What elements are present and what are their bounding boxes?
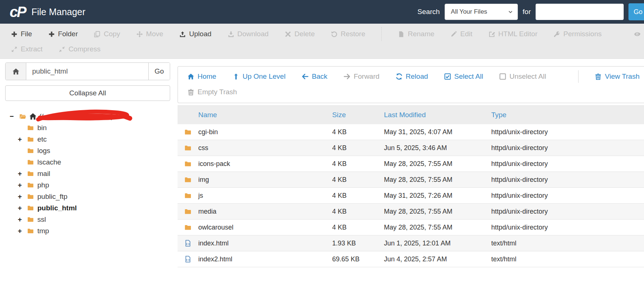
path-input[interactable]: [26, 63, 148, 80]
collapse-all-button[interactable]: Collapse All: [5, 85, 170, 101]
file-name[interactable]: index.html: [198, 240, 328, 247]
move-label: Move: [146, 30, 163, 38]
file-type: httpd/unix-directory: [487, 176, 644, 184]
tree-item-ssl[interactable]: +ssl: [10, 214, 170, 225]
file-modified: May 28, 2025, 7:55 AM: [380, 160, 487, 168]
file-name[interactable]: img: [198, 176, 328, 184]
html-editor-icon: [489, 31, 495, 37]
search-input[interactable]: [536, 4, 624, 20]
expand-toggle-icon[interactable]: +: [18, 227, 27, 235]
column-header-name[interactable]: Name: [198, 111, 328, 119]
code-file-icon: [185, 255, 191, 263]
plus-icon: [48, 31, 55, 37]
upload-button[interactable]: Upload: [179, 30, 211, 38]
nav-unselect-all-button[interactable]: Unselect All: [499, 72, 546, 81]
nav-select-all-button[interactable]: Select All: [444, 72, 483, 81]
tree-item-tmp[interactable]: +tmp: [10, 225, 170, 237]
search-scope-select[interactable]: All Your Files: [445, 4, 518, 20]
folder-icon: [27, 136, 34, 142]
key-icon: [554, 31, 560, 37]
compress-button[interactable]: Compress: [59, 45, 101, 53]
expand-toggle-icon[interactable]: +: [18, 181, 27, 189]
nav-back-button[interactable]: Back: [302, 72, 327, 81]
tree-item-bin[interactable]: bin: [10, 122, 170, 133]
table-row-js[interactable]: js 4 KB May 31, 2025, 7:26 AM httpd/unix…: [178, 188, 644, 204]
home-icon: [12, 68, 20, 75]
tree-item-php[interactable]: +php: [10, 179, 170, 191]
search-label: Search: [418, 8, 440, 16]
restore-button[interactable]: Restore: [331, 30, 365, 38]
file-name[interactable]: index2.html: [198, 255, 328, 263]
code-file-icon: [185, 240, 191, 247]
path-bar: Go: [5, 62, 170, 80]
nav-empty-trash-button[interactable]: Empty Trash: [188, 88, 237, 96]
table-row-img[interactable]: img 4 KB May 28, 2025, 7:55 AM httpd/uni…: [178, 172, 644, 188]
table-row-css[interactable]: css 4 KB Jun 5, 2025, 3:46 AM httpd/unix…: [178, 140, 644, 156]
search-go-button[interactable]: Go: [628, 3, 644, 20]
nav-up-one-level-button[interactable]: Up One Level: [233, 72, 286, 81]
file-name[interactable]: js: [198, 192, 328, 200]
extract-button[interactable]: Extract: [11, 45, 43, 53]
file-size: 69.65 KB: [328, 255, 380, 263]
file-name[interactable]: owlcarousel: [198, 224, 328, 231]
table-row-index-html[interactable]: index.html 1.93 KB Jun 1, 2025, 12:01 AM…: [178, 235, 644, 251]
table-row-owlcarousel[interactable]: owlcarousel 4 KB May 28, 2025, 7:55 AM h…: [178, 220, 644, 235]
content-area: Go Collapse All − (/) bin +etc logs lsca…: [0, 59, 644, 267]
nav-home-button[interactable]: Home: [188, 72, 216, 81]
tree-item-lscache[interactable]: lscache: [10, 156, 170, 168]
nav-forward-button[interactable]: Forward: [344, 72, 380, 81]
file-name[interactable]: css: [198, 144, 328, 152]
nav-reload-button[interactable]: Reload: [396, 72, 428, 81]
expand-toggle-icon[interactable]: +: [18, 216, 27, 224]
extract-label: Extract: [21, 45, 43, 53]
folder-icon: [27, 147, 34, 154]
nav-view-trash-button[interactable]: View Trash: [595, 72, 640, 81]
download-label: Download: [237, 30, 269, 38]
move-button[interactable]: Move: [136, 30, 163, 38]
home-path-button[interactable]: [6, 63, 26, 80]
file-size: 1.93 KB: [328, 240, 380, 247]
permissions-button[interactable]: Permissions: [554, 30, 601, 38]
new-folder-label: Folder: [58, 30, 78, 38]
nav-unselect-all-label: Unselect All: [509, 72, 546, 81]
file-type: text/html: [487, 255, 644, 263]
table-row-index2-html[interactable]: index2.html 69.65 KB Jun 4, 2025, 2:57 A…: [178, 251, 644, 267]
tree-item-logs[interactable]: logs: [10, 145, 170, 156]
column-header-size[interactable]: Size: [328, 111, 380, 119]
table-row-icons-pack[interactable]: icons-pack 4 KB May 28, 2025, 7:55 AM ht…: [178, 156, 644, 172]
collapse-toggle-icon[interactable]: −: [10, 112, 18, 121]
path-go-button[interactable]: Go: [148, 63, 170, 80]
new-file-button[interactable]: File: [11, 30, 32, 38]
table-row-cgi-bin[interactable]: cgi-bin 4 KB May 31, 2025, 4:07 AM httpd…: [178, 124, 644, 140]
tree-item-etc[interactable]: +etc: [10, 133, 170, 145]
table-row-media[interactable]: media 4 KB May 28, 2025, 7:55 AM httpd/u…: [178, 204, 644, 220]
tree-item-public-ftp[interactable]: +public_ftp: [10, 191, 170, 202]
expand-toggle-icon[interactable]: +: [18, 170, 27, 178]
edit-button[interactable]: Edit: [451, 30, 472, 38]
expand-toggle-icon[interactable]: +: [18, 193, 27, 201]
column-header-modified[interactable]: Last Modified: [380, 111, 487, 119]
download-button[interactable]: Download: [228, 30, 269, 38]
folder-icon: [27, 205, 34, 211]
new-folder-button[interactable]: Folder: [48, 30, 78, 38]
column-header-type[interactable]: Type: [487, 111, 644, 119]
tree-item-public-html[interactable]: +public_html: [10, 202, 170, 214]
folder-icon: [27, 170, 34, 177]
x-icon: [285, 31, 291, 37]
delete-button[interactable]: Delete: [285, 30, 315, 38]
tree-root[interactable]: − (/): [10, 111, 170, 122]
file-name[interactable]: icons-pack: [198, 160, 328, 168]
nav-home-label: Home: [198, 72, 216, 81]
tree-item-mail[interactable]: +mail: [10, 168, 170, 179]
expand-toggle-icon[interactable]: +: [18, 204, 27, 212]
html-editor-button[interactable]: HTML Editor: [489, 30, 537, 38]
file-name[interactable]: media: [198, 208, 328, 216]
file-name[interactable]: cgi-bin: [198, 128, 328, 136]
expand-toggle-icon[interactable]: +: [18, 135, 27, 143]
view-button[interactable]: [634, 31, 640, 37]
copy-button[interactable]: Copy: [94, 30, 120, 38]
folder-icon: [27, 193, 34, 200]
extract-icon: [11, 46, 17, 52]
folder-icon: [184, 224, 192, 231]
rename-button[interactable]: Rename: [398, 30, 434, 38]
